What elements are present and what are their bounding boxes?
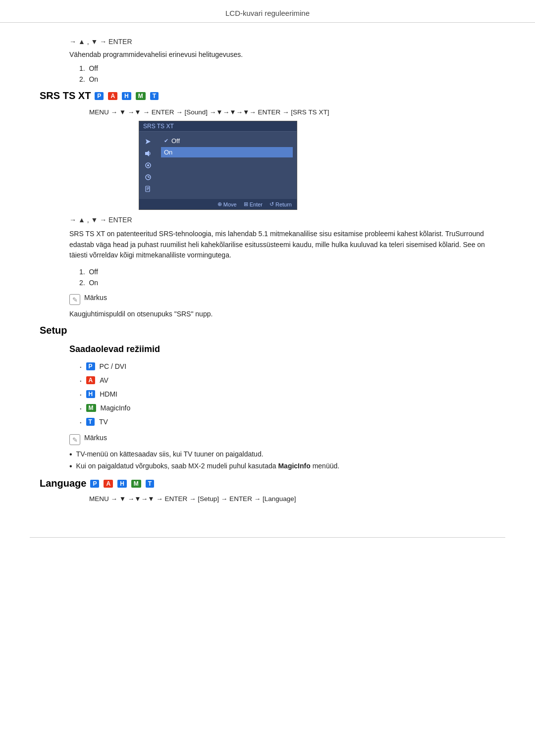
badge-t-mode: T (86, 418, 95, 426)
menu-screenshot-body: ✔ Off On (139, 132, 297, 199)
menu-screenshot-srs: SRS TS XT (139, 121, 297, 210)
footer-enter: ⊞ Enter (244, 201, 263, 207)
language-heading: Language P A H M T (40, 478, 495, 489)
badge-h-mode: H (86, 390, 96, 398)
srs-description: Vähendab programmidevahelisi erinevusi h… (69, 50, 495, 58)
setup-heading: Setup (40, 325, 495, 336)
page-container: LCD-kuvari reguleerimine → ▲ , ▼ → ENTER… (0, 0, 535, 756)
menu-instruction-language: MENU → ▼ →▼→▼ → ENTER → [Setup] → ENTER … (89, 495, 495, 503)
badge-t: T (150, 92, 159, 100)
menu-icon-5 (143, 184, 153, 194)
srs-off-on-list-1: 1. Off 2. On (79, 64, 495, 83)
note-icon (69, 294, 80, 305)
badge-a: A (108, 92, 117, 100)
modes-list: · P PC / DVI · A AV · H HDMI · M MagicIn… (79, 361, 495, 427)
mode-hdmi: · H HDMI (79, 389, 495, 399)
mode-magicinfo: · M MagicInfo (79, 403, 495, 413)
list-item-on-2: 2. On (79, 279, 495, 287)
note-block-srs: Märkus (69, 294, 495, 305)
page-title: LCD-kuvari reguleerimine (225, 9, 310, 17)
menu-option-off: ✔ Off (161, 136, 293, 146)
note-bullet-1: TV-menüü on kättesaadav siis, kui TV tuu… (69, 450, 495, 459)
menu-icon-3 (143, 160, 153, 170)
note-label-srs: Märkus (84, 294, 107, 302)
badge-p: P (95, 92, 104, 100)
language-label: Language (40, 478, 86, 489)
sub-heading-modes: Saadaolevad režiimid (69, 344, 495, 354)
page-header: LCD-kuvari reguleerimine (0, 0, 535, 23)
mode-pc-dvi: · P PC / DVI (79, 361, 495, 371)
note-text-srs: Kaugjuhtimispuldil on otsenupuks "SRS" n… (69, 310, 495, 318)
menu-option-on: On (161, 147, 293, 157)
badge-p-mode: P (86, 362, 95, 370)
list-item-off-2: 1. Off (79, 268, 495, 276)
badge-m: M (136, 92, 146, 100)
srs-off-on-list-2: 1. Off 2. On (79, 268, 495, 287)
list-item-on-1: 2. On (79, 75, 495, 83)
badge-a-mode: A (86, 376, 96, 384)
menu-instruction-srs: MENU → ▼ →▼ → ENTER → [Sound] →▼→▼→▼→ EN… (89, 108, 495, 116)
badge-m-lang: M (131, 480, 141, 488)
badge-m-mode: M (86, 404, 96, 412)
note-bullet-2: Kui on paigaldatud võrguboks, saab MX-2 … (69, 462, 495, 471)
mode-av: · A AV (79, 375, 495, 385)
note-block-setup: Märkus (69, 434, 495, 445)
menu-icon-1 (143, 137, 153, 147)
srs-ts-xt-label: SRS TS XT (40, 90, 91, 101)
menu-icon-4 (143, 172, 153, 182)
note-bullets-setup: TV-menüü on kättesaadav siis, kui TV tuu… (69, 450, 495, 471)
menu-icons-column (139, 134, 157, 197)
svg-marker-1 (147, 151, 149, 156)
menu-icon-2 (143, 149, 153, 158)
nav-instruction-1: → ▲ , ▼ → ENTER (69, 38, 495, 46)
badge-h-lang: H (117, 480, 127, 488)
svg-rect-0 (145, 152, 147, 155)
mode-tv: · T TV (79, 417, 495, 427)
footer-return: ↺ Return (269, 201, 292, 207)
note-label-setup: Märkus (84, 434, 107, 442)
footer-move: ⊕ Move (217, 201, 237, 207)
menu-options-column: ✔ Off On (157, 134, 297, 197)
srs-body-text: SRS TS XT on patenteeritud SRS-tehnoloog… (69, 229, 495, 261)
nav-instruction-2: → ▲ , ▼ → ENTER (69, 216, 495, 224)
badge-p-lang: P (90, 480, 99, 488)
note-icon-setup (69, 434, 80, 445)
content-area: → ▲ , ▼ → ENTER Vähendab programmidevahe… (0, 23, 535, 527)
bottom-rule (30, 537, 505, 538)
badge-t-lang: T (146, 480, 154, 488)
menu-screenshot-title: SRS TS XT (139, 121, 297, 132)
list-item-off-1: 1. Off (79, 64, 495, 72)
badge-a-lang: A (104, 480, 113, 488)
menu-footer: ⊕ Move ⊞ Enter ↺ Return (139, 199, 297, 209)
srs-ts-xt-heading: SRS TS XT P A H M T (40, 90, 495, 101)
svg-point-3 (147, 164, 149, 166)
badge-h: H (122, 92, 131, 100)
